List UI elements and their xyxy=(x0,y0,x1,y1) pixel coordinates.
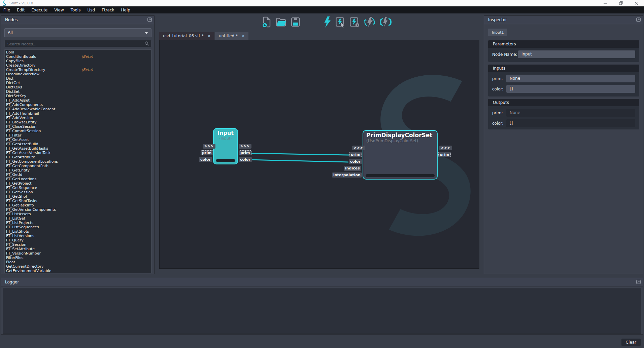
tab-close-icon[interactable]: ✕ xyxy=(208,34,211,38)
menu-execute[interactable]: Execute xyxy=(28,8,51,12)
node-list-item[interactable]: DictGet xyxy=(5,81,151,85)
popout-icon[interactable] xyxy=(147,17,152,22)
open-graph-icon[interactable] xyxy=(276,17,286,27)
node-list-item[interactable]: FT_GetSession xyxy=(5,190,151,194)
node-list-item[interactable]: FT_SetAttribute xyxy=(5,247,151,251)
popout-icon[interactable] xyxy=(636,17,641,22)
node-list-item[interactable]: FT_Filter xyxy=(5,133,151,138)
node-list-item[interactable]: FT_AddThumbnail xyxy=(5,111,151,116)
input-prim-field[interactable]: None xyxy=(506,75,635,82)
input-exec-out-port[interactable]: >>> xyxy=(239,144,251,149)
restore-button[interactable] xyxy=(613,0,629,6)
pdcs-in-port-prim[interactable]: prim xyxy=(349,152,362,157)
node-list-item[interactable]: FT_BrowseEntity xyxy=(5,120,151,124)
node-list-item[interactable]: FT_CommitSession xyxy=(5,129,151,133)
node-list-item[interactable]: CopyFiles xyxy=(5,59,151,63)
node-list-item[interactable]: CreateDirectory xyxy=(5,63,151,68)
node-list-item[interactable]: Bool xyxy=(5,50,151,54)
node-list-item[interactable]: FT_GetShot xyxy=(5,194,151,199)
node-list-item[interactable]: FT_GetAssetBuildTasks xyxy=(5,146,151,151)
node-list-item[interactable]: FT_GetSequence xyxy=(5,186,151,190)
input-out-port-color[interactable]: color xyxy=(239,157,252,162)
node-list-item[interactable]: FT_Session xyxy=(5,242,151,247)
popout-icon[interactable] xyxy=(636,280,641,284)
node-list-item[interactable]: FT_GetEntity xyxy=(5,168,151,172)
node-list-item[interactable]: FT_ListShots xyxy=(5,229,151,234)
node-name-field[interactable]: Input xyxy=(518,50,635,58)
tab-close-icon[interactable]: ✕ xyxy=(242,34,245,38)
node-list-item[interactable]: FT_ListProjects xyxy=(5,221,151,225)
pdcs-exec-in-port[interactable]: >>> xyxy=(352,146,365,150)
inspector-tab-input1[interactable]: Input1 xyxy=(488,29,507,36)
input-out-port-prim[interactable]: prim xyxy=(239,150,251,155)
tab-untitled[interactable]: untitled * ✕ xyxy=(215,32,248,40)
execute-graph-icon[interactable] xyxy=(323,16,331,28)
node-filter-dropdown[interactable]: All xyxy=(4,28,151,37)
menu-edit[interactable]: Edit xyxy=(13,8,28,12)
menu-ftrack[interactable]: Ftrack xyxy=(98,8,117,12)
node-list-item[interactable]: FT_GetVersionComponents xyxy=(5,207,151,212)
node-list-item[interactable]: FT_AddVersion xyxy=(5,116,151,120)
node-list-item[interactable]: FT_VersionNumber xyxy=(5,251,151,256)
input-exec-in-port[interactable]: >>> xyxy=(203,144,215,149)
graph-node-input[interactable]: Input (Input) xyxy=(213,128,238,164)
node-graph-canvas[interactable]: Input (Input) >>> prim color >>> prim co… xyxy=(159,40,479,269)
node-list-item[interactable]: FT_GetProject xyxy=(5,181,151,186)
node-list-item[interactable]: ConditionEquals(Beta) xyxy=(5,54,151,59)
node-list-item[interactable]: FT_GetId xyxy=(5,172,151,177)
close-button[interactable] xyxy=(629,0,644,6)
node-list-item[interactable]: Float xyxy=(5,260,151,264)
node-list-item[interactable]: FT_GetLocations xyxy=(5,177,151,181)
node-list-item[interactable]: FT_AddReviewableContent xyxy=(5,107,151,111)
pdcs-in-port-indices[interactable]: indices xyxy=(344,166,361,171)
node-list-item[interactable]: FT_GetAssetVersionTask xyxy=(5,151,151,155)
execute-from-node-icon[interactable] xyxy=(350,16,360,28)
node-list-item[interactable]: FilterFiles xyxy=(5,256,151,260)
node-list-item[interactable]: FT_GetAssetBuild xyxy=(5,142,151,146)
tab-usd-tutorial[interactable]: usd_tutorial_06.sft * ✕ xyxy=(159,32,214,40)
node-list-item[interactable]: DictSet xyxy=(5,89,151,94)
search-input[interactable] xyxy=(5,41,139,47)
save-graph-icon[interactable] xyxy=(291,17,300,27)
minimize-button[interactable] xyxy=(598,0,613,6)
menu-view[interactable]: View xyxy=(51,8,67,12)
input-in-port-prim[interactable]: prim xyxy=(201,150,213,155)
node-list-item[interactable]: FT_CloseSession xyxy=(5,124,151,129)
node-list-item[interactable]: Dict xyxy=(5,76,151,81)
menu-usd[interactable]: Usd xyxy=(84,8,98,12)
pdcs-in-port-interpolation[interactable]: interpolation xyxy=(332,172,362,178)
node-list-item[interactable]: FT_AddAsset xyxy=(5,98,151,103)
node-list-item[interactable]: FT_GetComponentLocations xyxy=(5,159,151,164)
node-list-item[interactable]: FT_GetComponentPath xyxy=(5,164,151,168)
node-list-item[interactable]: FT_GetTaskInfo xyxy=(5,203,151,207)
node-list-item[interactable]: GetEnvironmentVariable xyxy=(5,269,151,273)
reload-execute-icon[interactable] xyxy=(364,16,375,28)
node-list-item[interactable]: FT_GetAsset xyxy=(5,138,151,142)
pdcs-exec-out-port[interactable]: >>> xyxy=(439,146,452,150)
menu-tools[interactable]: Tools xyxy=(67,8,84,12)
clear-logger-button[interactable]: Clear xyxy=(621,339,641,346)
graph-node-primdisplaycolorset[interactable]: PrimDisplayColorSet (UsdPrimDisplayColor… xyxy=(363,130,438,180)
node-list-item[interactable]: FT_ListVersions xyxy=(5,234,151,238)
node-list-item[interactable]: DictKeys xyxy=(5,85,151,89)
pdcs-out-port-prim[interactable]: prim xyxy=(438,152,451,157)
node-list-item[interactable]: DictSetKey xyxy=(5,94,151,98)
node-list-item[interactable]: FT_ListGet xyxy=(5,216,151,221)
node-list-item[interactable]: FT_ListAssets xyxy=(5,212,151,216)
node-list-item[interactable]: FT_GetShotTasks xyxy=(5,199,151,203)
menu-help[interactable]: Help xyxy=(118,8,134,12)
node-list-item[interactable]: DeadlineWorkflow xyxy=(5,72,151,76)
pdcs-in-port-color[interactable]: color xyxy=(349,159,362,164)
execute-selected-icon[interactable] xyxy=(336,16,345,28)
menu-file[interactable]: File xyxy=(0,8,13,12)
input-in-port-color[interactable]: color xyxy=(199,157,212,162)
node-list-item[interactable]: FT_ListSequences xyxy=(5,225,151,229)
node-list-item[interactable]: FT_AddComponents xyxy=(5,103,151,107)
node-list-item[interactable]: GetCurrentDirectory xyxy=(5,264,151,269)
new-graph-icon[interactable] xyxy=(262,16,271,28)
live-execute-icon[interactable] xyxy=(379,16,392,28)
node-list-item[interactable]: FT_GetAttribute xyxy=(5,155,151,159)
node-list-item[interactable]: CreateTempDirectory(Beta) xyxy=(5,68,151,72)
input-color-field[interactable]: [] xyxy=(506,85,635,93)
node-list-item[interactable]: FT_Query xyxy=(5,238,151,242)
